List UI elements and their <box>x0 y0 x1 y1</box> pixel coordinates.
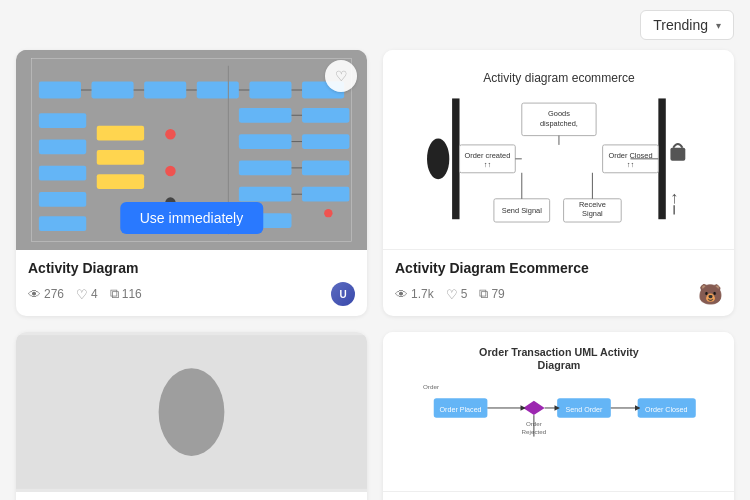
svg-text:Signal: Signal <box>582 209 603 218</box>
svg-text:↑: ↑ <box>670 187 678 206</box>
trending-dropdown[interactable]: Trending ▾ <box>640 10 734 40</box>
svg-rect-26 <box>239 108 292 123</box>
copy-icon-ecommerce: ⧉ <box>479 286 488 302</box>
card-title-activity: Activity Diagram <box>28 260 355 276</box>
svg-rect-27 <box>302 108 349 123</box>
svg-rect-21 <box>39 216 86 231</box>
trending-label: Trending <box>653 17 708 33</box>
svg-text:Send Order: Send Order <box>565 406 603 414</box>
svg-rect-6 <box>249 82 291 99</box>
svg-rect-14 <box>39 113 86 128</box>
svg-text:Activity diagram ecommerce: Activity diagram ecommerce <box>483 71 635 85</box>
card-thumbnail-activity[interactable]: ♡ Use immediately <box>16 50 367 250</box>
card-info-order-uml: Order Transaction UML Activity Diagram <box>383 492 734 500</box>
svg-point-39 <box>324 209 332 217</box>
order-uml-svg: Order Transaction UML Activity Diagram O… <box>401 340 717 483</box>
svg-text:Order Closed: Order Closed <box>645 406 687 414</box>
svg-rect-42 <box>658 98 665 219</box>
card-info-activity: Activity Diagram 👁 276 ♡ 4 ⧉ 116 U <box>16 250 367 316</box>
svg-text:Receive: Receive <box>579 200 606 209</box>
svg-rect-28 <box>239 134 292 149</box>
svg-rect-41 <box>452 98 459 219</box>
copy-count-activity: 116 <box>122 287 142 301</box>
card-title-ecommerce: Activity Diagram Ecommerce <box>395 260 722 276</box>
svg-rect-15 <box>39 139 86 154</box>
svg-text:Order Placed: Order Placed <box>439 406 481 414</box>
svg-rect-2 <box>39 82 81 99</box>
svg-rect-5 <box>197 82 239 99</box>
copy-count-ecommerce: 79 <box>491 287 504 301</box>
svg-text:Order created: Order created <box>464 151 510 160</box>
svg-rect-29 <box>302 134 349 149</box>
svg-marker-74 <box>523 401 544 415</box>
avatar-image-activity: U <box>331 282 355 306</box>
svg-point-43 <box>427 138 449 179</box>
svg-rect-19 <box>39 166 86 181</box>
views-ecommerce: 👁 1.7k <box>395 287 434 302</box>
bottom-left-svg <box>16 332 367 492</box>
avatar-emoji-ecommerce: 🐻 <box>698 283 722 305</box>
copy-icon: ⧉ <box>110 286 119 302</box>
eye-icon-ecommerce: 👁 <box>395 287 408 302</box>
ecommerce-diagram-svg: Activity diagram ecommerce Goods dispatc… <box>401 60 717 239</box>
svg-rect-20 <box>39 192 86 207</box>
svg-point-23 <box>165 166 176 177</box>
svg-text:Diagram: Diagram <box>537 359 580 371</box>
svg-text:Goods: Goods <box>548 109 570 118</box>
svg-text:↑↑: ↑↑ <box>483 160 490 169</box>
views-activity: 👁 276 <box>28 287 64 302</box>
chevron-down-icon: ▾ <box>716 20 721 31</box>
svg-rect-33 <box>302 187 349 202</box>
avatar-activity: U <box>331 282 355 306</box>
likes-activity: ♡ 4 <box>76 287 98 302</box>
card-order-uml: Order Transaction UML Activity Diagram O… <box>383 332 734 500</box>
card-meta-ecommerce: 👁 1.7k ♡ 5 ⧉ 79 🐻 <box>395 282 722 306</box>
use-immediately-button[interactable]: Use immediately <box>120 202 263 234</box>
card-info-bottom-left <box>16 492 367 500</box>
view-count-activity: 276 <box>44 287 64 301</box>
svg-rect-3 <box>92 82 134 99</box>
svg-text:Order Transaction UML Activity: Order Transaction UML Activity <box>479 346 639 358</box>
heart-button-activity[interactable]: ♡ <box>325 60 357 92</box>
svg-rect-18 <box>97 174 144 189</box>
svg-point-22 <box>165 129 176 140</box>
svg-rect-17 <box>97 150 144 165</box>
view-count-ecommerce: 1.7k <box>411 287 434 301</box>
svg-text:Order: Order <box>423 383 439 390</box>
copies-activity: ⧉ 116 <box>110 286 142 302</box>
heart-icon: ♡ <box>76 287 88 302</box>
card-ecommerce: Activity diagram ecommerce Goods dispatc… <box>383 50 734 316</box>
card-info-ecommerce: Activity Diagram Ecommerce 👁 1.7k ♡ 5 ⧉ … <box>383 250 734 316</box>
card-bottom-left <box>16 332 367 500</box>
svg-rect-4 <box>144 82 186 99</box>
avatar-ecommerce: 🐻 <box>698 282 722 306</box>
svg-text:dispatched,: dispatched, <box>540 119 578 128</box>
card-grid: ♡ Use immediately Activity Diagram 👁 276… <box>0 50 750 500</box>
top-bar: Trending ▾ <box>0 0 750 50</box>
svg-text:Send Signal: Send Signal <box>501 206 541 215</box>
svg-point-68 <box>159 368 225 456</box>
eye-icon: 👁 <box>28 287 41 302</box>
like-count-activity: 4 <box>91 287 98 301</box>
card-thumbnail-ecommerce[interactable]: Activity diagram ecommerce Goods dispatc… <box>383 50 734 250</box>
card-thumbnail-order-uml[interactable]: Order Transaction UML Activity Diagram O… <box>383 332 734 492</box>
card-activity-diagram: ♡ Use immediately Activity Diagram 👁 276… <box>16 50 367 316</box>
heart-icon-ecommerce: ♡ <box>446 287 458 302</box>
svg-rect-32 <box>239 187 292 202</box>
card-thumbnail-bottom-left[interactable] <box>16 332 367 492</box>
svg-text:↑↑: ↑↑ <box>626 160 633 169</box>
svg-rect-44 <box>670 148 685 161</box>
like-count-ecommerce: 5 <box>461 287 468 301</box>
likes-ecommerce: ♡ 5 <box>446 287 468 302</box>
card-meta-activity: 👁 276 ♡ 4 ⧉ 116 U <box>28 282 355 306</box>
svg-rect-30 <box>239 161 292 176</box>
copies-ecommerce: ⧉ 79 <box>479 286 504 302</box>
svg-rect-31 <box>302 161 349 176</box>
svg-rect-16 <box>97 126 144 141</box>
